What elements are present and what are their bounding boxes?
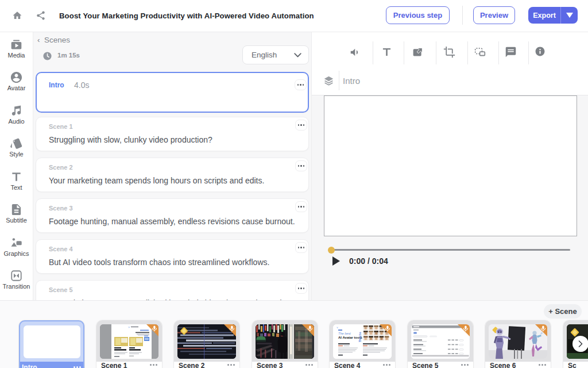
svg-text:They’re: They’re (358, 332, 362, 342)
svg-text:The best: The best (338, 332, 351, 335)
